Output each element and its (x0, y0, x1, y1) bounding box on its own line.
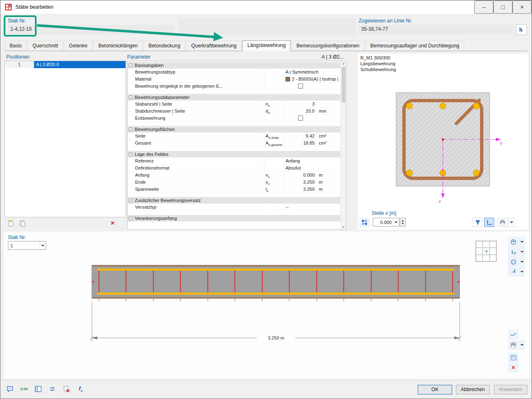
exchange-button[interactable] (46, 383, 59, 395)
stelle-x-value[interactable]: 0.000 (373, 220, 393, 225)
param-row-gebogene-ebene[interactable]: Bewehrung eingelegt in der gebogenen E..… (128, 83, 340, 90)
checkbox-unchecked[interactable] (298, 116, 303, 121)
param-row-gesamt[interactable]: Gesamt As,gesamt 18.85 cm² (128, 140, 340, 147)
view-x-button[interactable]: x (508, 267, 518, 276)
section-lage-des-feldes[interactable]: − Lage des Feldes (128, 151, 340, 158)
minimize-button[interactable]: – (474, 0, 493, 14)
param-value[interactable]: -- (284, 204, 340, 210)
show-supports-button[interactable] (508, 330, 518, 339)
collapse-icon[interactable]: − (129, 64, 133, 67)
view-isometric-button[interactable] (508, 257, 518, 266)
collapse-icon[interactable]: − (129, 153, 133, 156)
section-bewehrungsversatz[interactable]: − Zusätzlicher Bewehrungsversatz (128, 197, 340, 204)
section-bewehrungsstabparameter[interactable]: − Bewehrungsstabparameter (128, 94, 340, 101)
member-select-value[interactable]: 1 (8, 243, 39, 248)
position-row[interactable]: 1 A | 3 Ø20.0 (5, 61, 126, 68)
collapse-icon[interactable]: − (129, 199, 133, 202)
param-value[interactable]: 0.000 (284, 172, 316, 178)
view-3d-dropdown[interactable] (519, 237, 525, 246)
section-stations-button[interactable] (360, 218, 369, 227)
top-longitudinal-rebar (97, 268, 454, 271)
view-cube-face-label[interactable]: -y (483, 248, 489, 254)
reset-view-button[interactable]: × (508, 363, 518, 372)
collapse-icon[interactable]: − (129, 128, 133, 131)
param-row-seite[interactable]: Seite As,Seite 9.42 cm² (128, 133, 340, 140)
param-row-anfang[interactable]: Anfang x1 0.000 m (128, 172, 340, 179)
stelle-x-combobox[interactable]: 0.000 (373, 218, 399, 227)
checkbox-unchecked[interactable] (298, 84, 303, 89)
navigator-panel-button[interactable] (32, 383, 44, 395)
print-view-button[interactable] (508, 340, 518, 350)
select-line-picker-button[interactable] (516, 24, 527, 35)
param-row-stabdurchmesser[interactable]: Stabdurchmesser | Seite ds 20.0 mm (128, 108, 340, 115)
param-value[interactable]: 3.250 (284, 179, 316, 185)
ok-button[interactable]: OK (418, 385, 452, 394)
param-symbol: x2 (264, 179, 284, 185)
view-cube[interactable]: -y (475, 241, 497, 262)
scrollbar-thumb[interactable] (342, 67, 345, 103)
tab-laengsbewehrung[interactable]: Längsbewehrung (242, 40, 291, 51)
scroll-up-icon[interactable]: ▲ (342, 62, 345, 65)
chevron-down-icon[interactable] (39, 241, 46, 249)
param-value[interactable]: 2 - B500S(A) | Isotrop | ... (284, 76, 340, 82)
section-verankerungsanfang[interactable]: − Verankerungsanfang (128, 215, 340, 222)
param-value[interactable]: Anfang (284, 158, 340, 164)
view-minus-y-button[interactable]: y (508, 247, 518, 256)
print-options-dropdown[interactable] (508, 218, 515, 227)
show-axes-button[interactable] (484, 218, 494, 227)
delete-settings-button[interactable] (60, 383, 73, 395)
param-row-bewehrungsstabtyp[interactable]: Bewehrungsstabtyp A | Symmetrisch (128, 69, 340, 76)
print-view-dropdown[interactable] (519, 340, 525, 350)
formula-button[interactable]: fx (74, 383, 87, 395)
chevron-down-icon[interactable] (393, 218, 399, 226)
dimension-label: 3.250 m (268, 335, 284, 340)
apply-button[interactable]: Anwenden (494, 385, 527, 394)
maximize-button[interactable]: □ (493, 0, 512, 14)
add-position-button[interactable] (5, 219, 15, 228)
param-row-stabanzahl[interactable]: Stabanzahl | Seite ns 3 (128, 101, 340, 108)
view-isometric-dropdown[interactable] (519, 257, 525, 266)
step-down-icon[interactable] (401, 223, 404, 224)
assigned-line-input[interactable]: 35-38,74-77 (359, 25, 514, 34)
display-properties-button[interactable] (508, 353, 518, 362)
stelle-x-stepper[interactable] (400, 218, 406, 227)
param-row-eckbewehrung[interactable]: Eckbewehrung (128, 115, 340, 122)
member-select-combobox[interactable]: 1 (8, 241, 46, 250)
decimal-places-button[interactable]: 0.00 (18, 383, 30, 395)
copy-position-button[interactable] (17, 219, 27, 228)
param-row-definitionsformat[interactable]: Definitionsformat Absolut (128, 165, 340, 172)
view-3d-button[interactable] (508, 237, 518, 246)
param-row-spannweite[interactable]: Spannweite ls 3.250 m (128, 186, 340, 193)
position-number: 1 (5, 61, 34, 68)
section-bewehrungsflaechen[interactable]: − Bewehrungsflächen (128, 126, 340, 133)
close-button[interactable]: × (512, 0, 532, 14)
tab-bemessungskonfigurationen[interactable]: Bemessungskonfigurationen (291, 41, 364, 51)
collapse-icon[interactable]: − (129, 217, 133, 220)
param-row-material[interactable]: Material 2 - B500S(A) | Isotrop | ... (128, 76, 340, 83)
tab-basis[interactable]: Basis (5, 41, 27, 51)
parameter-scrollbar[interactable]: ▲ ▼ (340, 61, 346, 229)
param-symbol: ns (264, 101, 284, 107)
param-row-referenz[interactable]: Referenz Anfang (128, 158, 340, 165)
section-basisangaben[interactable]: − Basisangaben (128, 62, 340, 69)
print-graphic-button[interactable] (498, 218, 507, 227)
param-value[interactable]: 20.0 (284, 108, 316, 114)
window-title: Stäbe bearbeiten (15, 4, 53, 10)
param-row-versatztyp[interactable]: Versatztyp -- (128, 204, 340, 211)
step-up-icon[interactable] (401, 220, 404, 222)
filter-button[interactable] (473, 218, 483, 227)
param-value[interactable]: Absolut (284, 165, 340, 171)
param-value[interactable]: 3 (284, 101, 316, 107)
cancel-button[interactable]: Abbrechen (456, 385, 490, 394)
tab-bemessungsauflager[interactable]: Bemessungsauflager und Durchbiegung (365, 41, 464, 51)
view-x-dropdown[interactable] (519, 267, 525, 276)
param-value[interactable]: A | Symmetrisch (284, 69, 340, 75)
view-minus-y-dropdown[interactable] (519, 247, 525, 256)
comment-button[interactable] (4, 383, 16, 395)
delete-position-button[interactable]: × (108, 219, 118, 227)
fx-icon: fx (79, 385, 83, 393)
scroll-down-icon[interactable]: ▼ (342, 226, 345, 229)
collapse-icon[interactable]: − (129, 96, 133, 99)
param-row-ende[interactable]: Ende x2 3.250 m (128, 179, 340, 186)
cube-solid-icon (510, 259, 517, 265)
